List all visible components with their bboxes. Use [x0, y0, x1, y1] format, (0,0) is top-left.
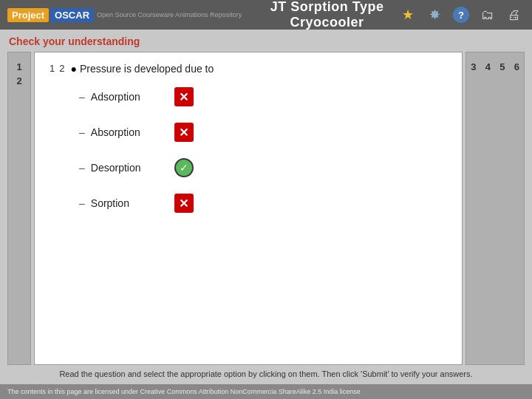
list-item: – Adsorption ✕ — [79, 86, 447, 107]
options-list: – Adsorption ✕ – Absorption ✕ – — [50, 86, 447, 214]
gear-button[interactable]: ✸ — [424, 4, 445, 25]
logo-project: Project — [7, 8, 49, 22]
print-button[interactable]: 🖨 — [504, 4, 525, 25]
header: Project OSCAR Open Source Courseware Ani… — [0, 0, 532, 30]
footer-instruction: Read the question and select the appropr… — [7, 369, 525, 378]
print-icon: 🖨 — [508, 7, 521, 23]
question-row: 1 2 ● Pressure is developed due to — [50, 63, 447, 75]
nav-num-2[interactable]: 2 — [13, 74, 24, 88]
nav-num-1[interactable]: 1 — [13, 60, 24, 74]
nav-num-6[interactable]: 6 — [511, 60, 522, 74]
list-item: – Sorption ✕ — [79, 193, 447, 214]
header-icons: ★ ✸ ? 🗂 🖨 — [398, 4, 525, 25]
question-icon: ? — [453, 7, 469, 23]
bottom-bar: The contents in this page are licensed u… — [0, 384, 532, 399]
option-result-4[interactable]: ✕ — [174, 193, 194, 214]
option-label-2: Absorption — [91, 126, 165, 138]
section-title: Check your understanding — [7, 35, 525, 47]
dash-icon-4: – — [79, 197, 85, 209]
option-label-3: Desorption — [91, 162, 165, 174]
star-button[interactable]: ★ — [398, 4, 418, 25]
wrong-icon-4: ✕ — [174, 194, 194, 213]
nav-num-4[interactable]: 4 — [482, 60, 494, 74]
option-result-3[interactable]: ✓ — [174, 157, 194, 178]
correct-icon-3: ✓ — [174, 158, 194, 177]
q-num1: 1 — [50, 63, 55, 74]
page-title: JT Sorption Type Cryocooler — [256, 0, 398, 30]
nav-panel-right: 3 4 5 6 — [466, 52, 525, 365]
wrong-icon-1: ✕ — [174, 87, 194, 106]
dash-icon-3: – — [79, 162, 85, 174]
question-text: Pressure is developed due to — [80, 63, 214, 75]
nav-num-5[interactable]: 5 — [497, 60, 508, 74]
nav-num-3[interactable]: 3 — [468, 60, 479, 74]
bullet-icon: ● — [70, 63, 76, 75]
q-num2: 2 — [59, 63, 64, 74]
wrong-icon-2: ✕ — [174, 123, 194, 142]
option-label-4: Sorption — [91, 197, 165, 209]
dash-icon-1: – — [79, 91, 85, 103]
option-result-2[interactable]: ✕ — [174, 122, 194, 143]
help-button[interactable]: ? — [451, 4, 471, 25]
correct-check-3: ✓ — [176, 160, 192, 176]
gear-icon: ✸ — [429, 7, 440, 23]
content-row: 1 2 1 2 ● Pressure is developed due to –… — [7, 52, 525, 365]
briefcase-button[interactable]: 🗂 — [477, 4, 498, 25]
option-label-1: Adsorption — [91, 91, 165, 103]
option-result-1[interactable]: ✕ — [174, 86, 194, 107]
bottom-text: The contents in this page are licensed u… — [7, 388, 361, 395]
nav-panel-left: 1 2 — [7, 52, 31, 365]
briefcase-icon: 🗂 — [481, 7, 494, 23]
logo-subtitle: Open Source Courseware Animations Reposi… — [97, 11, 242, 18]
list-item: – Desorption ✓ — [79, 157, 447, 178]
dash-icon-2: – — [79, 126, 85, 138]
main-content: Check your understanding 1 2 1 2 ● Press… — [0, 30, 532, 384]
question-numbers: 1 2 — [50, 63, 64, 74]
star-icon: ★ — [402, 7, 414, 23]
list-item: – Absorption ✕ — [79, 122, 447, 143]
quiz-panel: 1 2 ● Pressure is developed due to – Ads… — [34, 52, 463, 365]
logo-oscar: OSCAR — [50, 8, 94, 22]
